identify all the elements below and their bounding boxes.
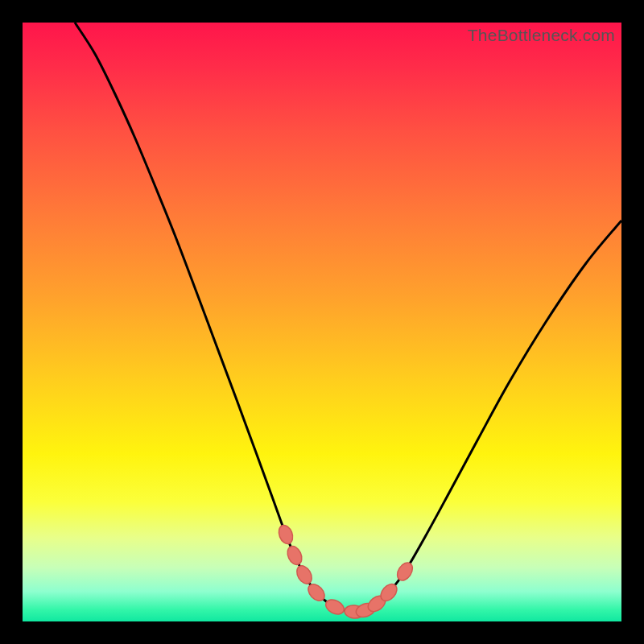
curve-markers xyxy=(276,523,415,620)
curve-marker xyxy=(285,544,305,567)
plot-area: TheBottleneck.com xyxy=(23,23,621,621)
curve-marker xyxy=(276,523,295,546)
chart-frame: TheBottleneck.com xyxy=(0,0,644,644)
curve-line xyxy=(75,23,621,612)
curve-marker xyxy=(294,564,315,587)
curve-marker xyxy=(394,560,416,584)
bottleneck-curve xyxy=(23,23,621,621)
curve-marker xyxy=(324,597,347,617)
